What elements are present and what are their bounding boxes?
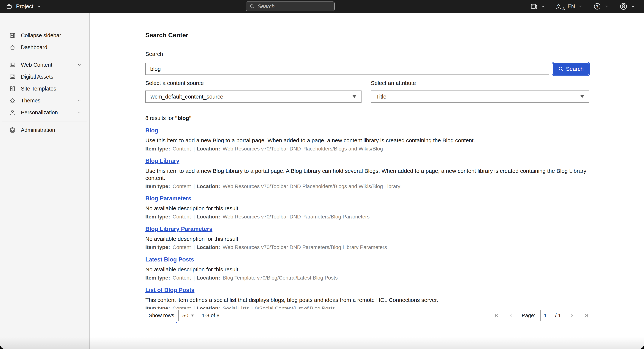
result-meta: Item type: Content | Location: Web Resou… (145, 244, 590, 251)
meta-separator: | (194, 275, 195, 281)
search-result: Blog Library Parameters No available des… (145, 226, 590, 251)
result-link[interactable]: Blog Library (145, 157, 180, 164)
attribute-select[interactable]: Title (371, 90, 590, 103)
sidebar-item-web-content[interactable]: Web Content (0, 59, 90, 71)
user-icon (620, 2, 628, 10)
web-content-icon (9, 61, 16, 68)
results-footer: Show rows: 50 1-8 of 8 (145, 309, 590, 322)
language-menu[interactable]: 文A EN (556, 3, 583, 10)
site-menu[interactable] (530, 2, 546, 10)
item-type-value: Content (172, 214, 191, 220)
result-meta: Item type: Content | Location: Web Resou… (145, 214, 590, 220)
item-type-value: Content (172, 244, 191, 250)
page-number-input[interactable] (540, 310, 550, 321)
rows-per-page-select[interactable]: 50 (178, 310, 198, 321)
item-type-value: Content (172, 146, 191, 152)
clipboard-chart-icon (9, 126, 16, 133)
result-meta: Item type: Content | Location: Web Resou… (145, 183, 590, 190)
sidebar-item-site-templates[interactable]: Site Templates (0, 83, 90, 95)
result-link[interactable]: Latest Blog Posts (145, 256, 194, 263)
sidebar-item-label: Web Content (21, 62, 77, 68)
result-link[interactable]: List of Blog Posts (145, 287, 194, 294)
svg-text:?: ? (596, 4, 598, 8)
previous-page-button[interactable] (508, 312, 514, 319)
result-link[interactable]: Blog Library Parameters (145, 226, 212, 232)
next-page-button[interactable] (568, 312, 575, 319)
result-meta: Item type: Content | Location: Web Resou… (145, 146, 590, 152)
search-icon (558, 66, 564, 72)
help-icon: ? (593, 2, 601, 10)
sidebar-item-label: Personalization (21, 109, 77, 116)
location-label: Location: (196, 183, 220, 189)
rows-per-page-value: 50 (182, 312, 188, 319)
result-link[interactable]: Blog (145, 127, 158, 134)
image-icon (9, 73, 16, 80)
sidebar-item-label: Site Templates (21, 85, 82, 92)
sidebar-item-label: Themes (21, 97, 77, 104)
result-description: Use this item to add a new Blog to a por… (145, 137, 590, 144)
app-window: Project (0, 0, 644, 349)
sidebar-item-label: Administration (21, 127, 82, 133)
global-search[interactable] (246, 1, 335, 11)
location-value: Web Resources v70/Toolbar DND Placeholde… (223, 146, 383, 152)
result-description: No available description for this result (145, 266, 590, 273)
sidebar-item-digital-assets[interactable]: Digital Assets (0, 71, 90, 83)
search-result: Blog Parameters No available description… (145, 195, 590, 220)
layout-icon (9, 85, 16, 92)
briefcase-icon (6, 3, 13, 10)
item-type-label: Item type: (145, 214, 170, 220)
meta-separator: | (194, 244, 195, 250)
divider (145, 46, 590, 46)
result-link[interactable]: Blog Parameters (145, 195, 191, 202)
person-icon (9, 109, 16, 116)
main-area: Search Center Search Search (90, 13, 644, 349)
help-menu[interactable]: ? (593, 2, 609, 10)
page-total: / 1 (555, 312, 561, 319)
sidebar-divider (2, 121, 87, 121)
project-menu-label: Project (16, 3, 33, 10)
sidebar-item-label: Digital Assets (21, 73, 82, 80)
search-icon (249, 3, 255, 9)
dropdown-arrow-icon (580, 95, 584, 98)
user-menu[interactable] (620, 2, 636, 10)
result-description: This content item defines a social list … (145, 297, 590, 304)
translate-icon: 文A (556, 3, 564, 9)
search-input[interactable] (145, 63, 549, 75)
global-search-input[interactable] (258, 3, 331, 9)
location-label: Location: (196, 214, 220, 220)
dropdown-arrow-icon (191, 315, 194, 317)
content-source-select[interactable]: wcm_default_content_source (145, 90, 362, 103)
chevron-down-icon (578, 4, 583, 9)
content-source-label: Select a content source (145, 80, 362, 86)
last-page-button[interactable] (583, 312, 590, 319)
language-label: EN (568, 3, 575, 10)
chevron-down-icon (77, 110, 82, 115)
result-description: Use this item to add a new Blog Library … (145, 167, 590, 182)
search-result: Blog Use this item to add a new Blog to … (145, 127, 590, 152)
attribute-value: Title (376, 93, 386, 100)
location-value: Blog Template v70/Blog/Central/Latest Bl… (223, 275, 338, 281)
meta-separator: | (194, 146, 195, 152)
result-description: No available description for this result (145, 235, 590, 243)
location-label: Location: (196, 244, 220, 250)
sidebar-item-collapse-sidebar[interactable]: Collapse sidebar (0, 29, 90, 41)
location-label: Location: (196, 275, 220, 281)
sidebar-item-label: Dashboard (21, 44, 82, 51)
chevron-down-icon (604, 4, 609, 9)
sidebar-item-themes[interactable]: Themes (0, 95, 90, 106)
project-menu[interactable]: Project (6, 3, 42, 10)
chevron-down-icon (541, 4, 546, 9)
location-value: Web Resources v70/Toolbar DND Placeholde… (223, 183, 400, 189)
sidebar-item-dashboard[interactable]: Dashboard (0, 41, 90, 53)
collapse-sidebar-icon (9, 32, 16, 39)
results-list: Blog Use this item to add a new Blog to … (145, 127, 590, 323)
item-type-label: Item type: (145, 275, 170, 281)
first-page-button[interactable] (494, 312, 500, 319)
chevron-down-icon (77, 98, 82, 103)
search-button[interactable]: Search (552, 62, 590, 75)
location-label: Location: (196, 146, 220, 152)
results-count-term: "blog" (175, 115, 192, 121)
sidebar-item-administration[interactable]: Administration (0, 124, 90, 136)
sidebar-item-personalization[interactable]: Personalization (0, 106, 90, 118)
dropdown-arrow-icon (352, 95, 356, 98)
